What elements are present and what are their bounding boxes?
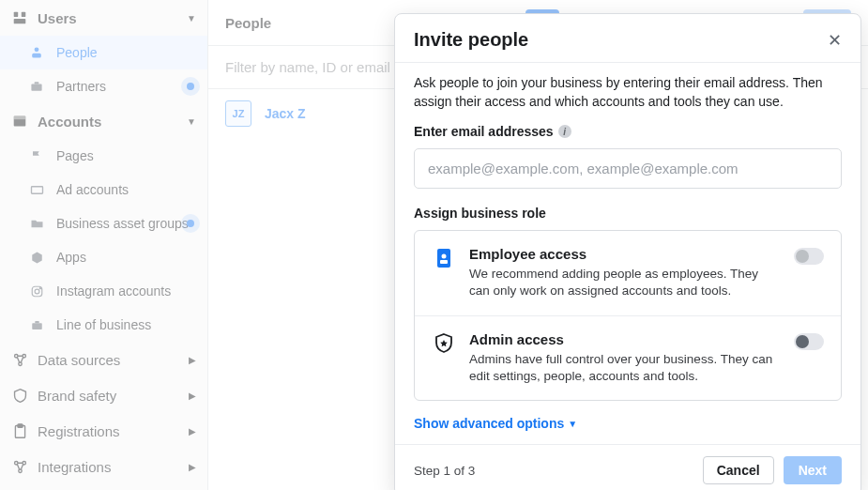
sidebar-section-registrations[interactable]: Registrations ▶	[0, 413, 207, 449]
svg-rect-1	[22, 12, 26, 17]
svg-rect-5	[31, 84, 41, 91]
close-icon[interactable]: ✕	[828, 30, 842, 51]
chevron-right-icon: ▶	[189, 355, 196, 365]
person-icon	[28, 44, 45, 61]
sidebar-section-users[interactable]: Users ▼	[0, 0, 207, 36]
svg-rect-2	[14, 19, 26, 23]
sidebar-item-label: Ad accounts	[56, 182, 129, 197]
role-section-label: Assign business role	[414, 206, 546, 221]
step-indicator: Step 1 of 3	[414, 464, 475, 478]
svg-rect-13	[32, 323, 42, 329]
next-button[interactable]: Next	[784, 456, 842, 484]
caret-down-icon: ▼	[187, 116, 196, 127]
shield-star-icon	[432, 331, 456, 385]
chevron-right-icon: ▶	[189, 462, 196, 472]
sidebar-section-label: Brand safety	[38, 388, 116, 404]
svg-rect-25	[440, 260, 448, 264]
sidebar-section-label: Registrations	[38, 423, 120, 439]
invite-people-modal: Invite people ✕ Ask people to join your …	[394, 13, 861, 490]
sidebar-section-data-sources[interactable]: Data sources ▶	[0, 342, 207, 377]
svg-rect-4	[32, 54, 41, 58]
cancel-button[interactable]: Cancel	[703, 456, 774, 484]
svg-point-11	[35, 289, 39, 294]
briefcase-icon	[28, 78, 45, 95]
sidebar-item-label: Partners	[56, 79, 106, 94]
sidebar-item-ad-accounts[interactable]: Ad accounts	[0, 173, 207, 207]
svg-rect-19	[17, 423, 22, 426]
email-label: Enter email addresses	[414, 124, 554, 139]
accounts-icon	[11, 113, 28, 130]
sidebar-item-pages[interactable]: Pages	[0, 139, 207, 173]
admin-toggle[interactable]	[794, 333, 824, 350]
advanced-label: Show advanced options	[414, 416, 564, 431]
briefcase-icon	[28, 316, 45, 333]
svg-point-3	[35, 47, 39, 52]
flag-icon	[28, 147, 45, 164]
sidebar-item-people[interactable]: People	[0, 36, 207, 69]
role-title: Admin access	[469, 331, 781, 347]
network-icon	[11, 351, 28, 368]
role-desc: We recommend adding people as employees.…	[469, 266, 781, 299]
svg-point-24	[442, 254, 447, 259]
cube-icon	[28, 249, 45, 266]
caret-down-icon: ▼	[187, 13, 196, 23]
sidebar-item-label: Pages	[56, 148, 94, 163]
modal-description: Ask people to join your business by ente…	[414, 63, 842, 111]
sidebar-section-accounts-label: Accounts	[38, 114, 101, 130]
sidebar-item-label: Line of business	[56, 317, 151, 332]
sidebar-item-asset-groups[interactable]: Business asset groups	[0, 207, 207, 240]
sidebar-item-instagram[interactable]: Instagram accounts	[0, 274, 207, 308]
sidebar-item-apps[interactable]: Apps	[0, 240, 207, 274]
sidebar-section-integrations[interactable]: Integrations ▶	[0, 449, 207, 484]
chevron-right-icon: ▶	[189, 390, 196, 401]
svg-rect-0	[14, 12, 19, 17]
sidebar: Users ▼ People Partners Accounts ▼ Pages…	[0, 0, 208, 490]
info-icon[interactable]: i	[558, 125, 571, 138]
sidebar-item-line-of-business[interactable]: Line of business	[0, 308, 207, 342]
users-icon	[11, 9, 28, 26]
shield-icon	[11, 387, 28, 404]
network-icon	[11, 458, 28, 475]
modal-title: Invite people	[414, 29, 528, 51]
sidebar-section-brand-safety[interactable]: Brand safety ▶	[0, 377, 207, 413]
instagram-icon	[28, 283, 45, 299]
person-name: Jacx Z	[265, 106, 306, 121]
role-title: Employee access	[469, 246, 781, 262]
caret-down-icon: ▼	[568, 419, 577, 429]
show-advanced-link[interactable]: Show advanced options ▼	[414, 416, 842, 431]
sidebar-section-users-label: Users	[38, 10, 77, 26]
card-icon	[28, 181, 45, 198]
sidebar-item-partners[interactable]: Partners	[0, 69, 207, 103]
svg-rect-9	[31, 186, 42, 193]
role-desc: Admins have full control over your busin…	[469, 351, 781, 385]
avatar: JZ	[225, 100, 251, 127]
sidebar-section-label: Integrations	[38, 459, 111, 475]
svg-rect-8	[14, 116, 26, 120]
svg-point-17	[18, 362, 21, 365]
page-title: People	[225, 15, 271, 31]
svg-rect-14	[35, 321, 39, 323]
clipboard-icon	[11, 422, 28, 439]
sidebar-item-label: People	[56, 45, 98, 60]
chevron-right-icon: ▶	[189, 426, 196, 436]
sidebar-item-label: Apps	[56, 250, 86, 265]
svg-point-22	[18, 469, 21, 472]
email-input[interactable]	[414, 148, 842, 189]
role-admin: Admin access Admins have full control ov…	[415, 315, 841, 400]
employee-toggle[interactable]	[794, 248, 824, 265]
sidebar-section-accounts[interactable]: Accounts ▼	[0, 103, 207, 139]
folder-icon	[28, 215, 45, 232]
role-employee: Employee access We recommend adding peop…	[415, 231, 841, 314]
sidebar-item-label: Business asset groups	[56, 216, 189, 231]
id-badge-icon	[432, 246, 456, 299]
svg-point-12	[39, 287, 40, 288]
sidebar-item-label: Instagram accounts	[56, 283, 171, 299]
sidebar-section-label: Data sources	[38, 352, 120, 368]
svg-rect-6	[35, 82, 39, 84]
